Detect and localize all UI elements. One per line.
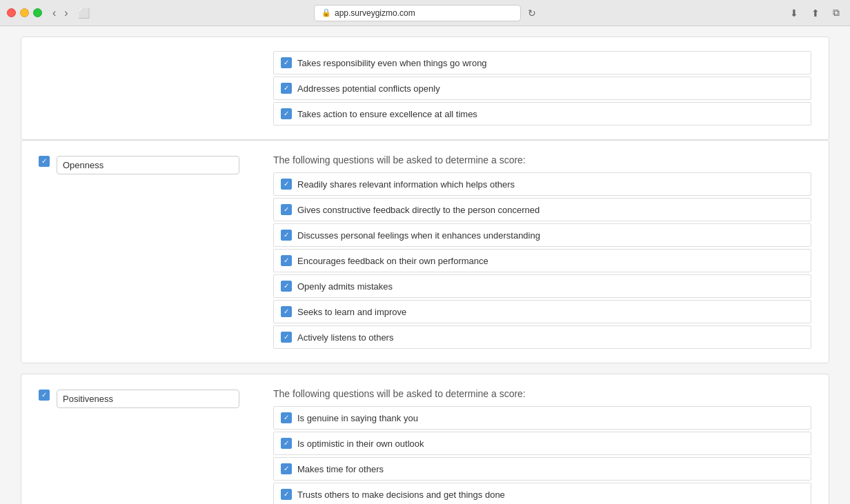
openness-items-list: ✓Readily shares relevant information whi… xyxy=(273,172,811,349)
partial-top-left xyxy=(39,51,273,125)
titlebar-center: 🔒 app.surveygizmo.com ↻ xyxy=(314,5,536,21)
openness-section-checkbox[interactable]: ✓ xyxy=(39,156,50,167)
titlebar-right: ⬇ ⬆ ⧉ xyxy=(784,6,843,20)
item-label: Takes action to ensure excellence at all… xyxy=(297,109,477,119)
forward-button[interactable]: › xyxy=(61,6,71,21)
item-label: Openly admits mistakes xyxy=(297,281,393,292)
titlebar: ‹ › ⬜ 🔒 app.surveygizmo.com ↻ ⬇ ⬆ ⧉ xyxy=(0,0,850,26)
checkbox-4[interactable]: ✓ xyxy=(281,281,292,292)
checkmark-icon: ✓ xyxy=(284,334,289,341)
positiveness-questions-label: The following questions will be asked to… xyxy=(273,388,811,399)
traffic-lights xyxy=(7,8,42,17)
item-label: Makes time for others xyxy=(297,464,384,474)
item-label: Gives constructive feedback directly to … xyxy=(297,205,540,215)
checkmark-icon: ✓ xyxy=(284,257,289,264)
checkbox-2[interactable]: ✓ xyxy=(281,230,292,241)
checkmark-icon: ✓ xyxy=(284,110,289,117)
list-item: ✓Is optimistic in their own outlook xyxy=(273,432,811,455)
positiveness-left: ✓ xyxy=(39,388,273,504)
positiveness-title-input[interactable] xyxy=(57,390,239,408)
checkbox-3[interactable]: ✓ xyxy=(281,489,292,500)
checkmark-icon: ✓ xyxy=(284,232,289,239)
openness-title-input[interactable] xyxy=(57,156,239,174)
item-label: Encourages feedback on their own perform… xyxy=(297,256,488,266)
list-item: ✓Actively listens to others xyxy=(273,325,811,349)
positiveness-items-list: ✓Is genuine in saying thank you✓Is optim… xyxy=(273,406,811,504)
refresh-button[interactable]: ↻ xyxy=(528,8,536,19)
page-content: ✓Takes responsibility even when things g… xyxy=(0,26,850,504)
list-item: ✓Takes responsibility even when things g… xyxy=(273,51,811,74)
checkbox-2[interactable]: ✓ xyxy=(281,108,292,119)
positiveness-body: ✓ The following questions will be asked … xyxy=(39,388,811,504)
checkbox-6[interactable]: ✓ xyxy=(281,332,292,343)
list-item: ✓Discusses personal feelings when it enh… xyxy=(273,223,811,247)
item-label: Trusts others to make decisions and get … xyxy=(297,490,505,500)
share-button[interactable]: ⬆ xyxy=(808,6,823,20)
checkmark-icon: ✓ xyxy=(284,206,289,213)
partial-top-card: ✓Takes responsibility even when things g… xyxy=(21,37,829,140)
checkmark-icon: ✓ xyxy=(284,440,289,447)
list-item: ✓Gives constructive feedback directly to… xyxy=(273,198,811,221)
list-item: ✓Openly admits mistakes xyxy=(273,274,811,298)
checkmark-icon: ✓ xyxy=(284,85,289,92)
checkbox-5[interactable]: ✓ xyxy=(281,306,292,317)
openness-check-mark: ✓ xyxy=(41,158,47,165)
split-view-button[interactable]: ⧉ xyxy=(829,6,843,20)
list-item: ✓Takes action to ensure excellence at al… xyxy=(273,102,811,125)
checkbox-0[interactable]: ✓ xyxy=(281,57,292,68)
partial-top-right: ✓Takes responsibility even when things g… xyxy=(273,51,811,125)
item-label: Readily shares relevant information whic… xyxy=(297,179,515,190)
partial-top-body: ✓Takes responsibility even when things g… xyxy=(39,51,811,125)
positiveness-right: The following questions will be asked to… xyxy=(273,388,811,504)
checkmark-icon: ✓ xyxy=(284,491,289,498)
item-label: Actively listens to others xyxy=(297,332,393,343)
checkbox-0[interactable]: ✓ xyxy=(281,179,292,190)
checkbox-1[interactable]: ✓ xyxy=(281,438,292,449)
tab-view-button[interactable]: ⬜ xyxy=(75,6,93,20)
url-text: app.surveygizmo.com xyxy=(335,8,415,18)
item-label: Is optimistic in their own outlook xyxy=(297,439,424,449)
checkbox-1[interactable]: ✓ xyxy=(281,83,292,94)
nav-buttons: ‹ › xyxy=(49,6,72,21)
openness-left: ✓ xyxy=(39,154,273,349)
item-label: Takes responsibility even when things go… xyxy=(297,58,487,68)
browser-content: ✓Takes responsibility even when things g… xyxy=(0,26,850,504)
checkmark-icon: ✓ xyxy=(284,465,289,472)
item-label: Seeks to learn and improve xyxy=(297,307,406,317)
openness-right: The following questions will be asked to… xyxy=(273,154,811,349)
openness-questions-label: The following questions will be asked to… xyxy=(273,154,811,165)
checkbox-3[interactable]: ✓ xyxy=(281,255,292,266)
list-item: ✓Makes time for others xyxy=(273,457,811,481)
positiveness-section: ✓ The following questions will be asked … xyxy=(21,374,829,504)
list-item: ✓Encourages feedback on their own perfor… xyxy=(273,249,811,272)
minimize-button[interactable] xyxy=(20,8,29,17)
positiveness-check-mark: ✓ xyxy=(41,392,47,399)
lock-icon: 🔒 xyxy=(322,8,331,17)
item-label: Discusses personal feelings when it enha… xyxy=(297,230,540,241)
item-label: Addresses potential conflicts openly xyxy=(297,83,440,94)
partial-items-list: ✓Takes responsibility even when things g… xyxy=(273,51,811,125)
download-button[interactable]: ⬇ xyxy=(787,6,802,20)
maximize-button[interactable] xyxy=(33,8,42,17)
list-item: ✓Is genuine in saying thank you xyxy=(273,406,811,430)
positiveness-section-checkbox[interactable]: ✓ xyxy=(39,390,50,401)
list-item: ✓Readily shares relevant information whi… xyxy=(273,172,811,196)
checkmark-icon: ✓ xyxy=(284,308,289,315)
checkmark-icon: ✓ xyxy=(284,181,289,188)
item-label: Is genuine in saying thank you xyxy=(297,413,418,423)
checkbox-2[interactable]: ✓ xyxy=(281,463,292,474)
checkbox-0[interactable]: ✓ xyxy=(281,412,292,423)
back-button[interactable]: ‹ xyxy=(49,6,59,21)
checkmark-icon: ✓ xyxy=(284,414,289,421)
list-item: ✓Seeks to learn and improve xyxy=(273,300,811,323)
openness-section: ✓ The following questions will be asked … xyxy=(21,140,829,363)
list-item: ✓Addresses potential conflicts openly xyxy=(273,77,811,100)
openness-body: ✓ The following questions will be asked … xyxy=(39,154,811,349)
checkbox-1[interactable]: ✓ xyxy=(281,204,292,215)
close-button[interactable] xyxy=(7,8,16,17)
list-item: ✓Trusts others to make decisions and get… xyxy=(273,483,811,504)
url-bar[interactable]: 🔒 app.surveygizmo.com xyxy=(314,5,521,21)
checkmark-icon: ✓ xyxy=(284,59,289,66)
checkmark-icon: ✓ xyxy=(284,283,289,290)
